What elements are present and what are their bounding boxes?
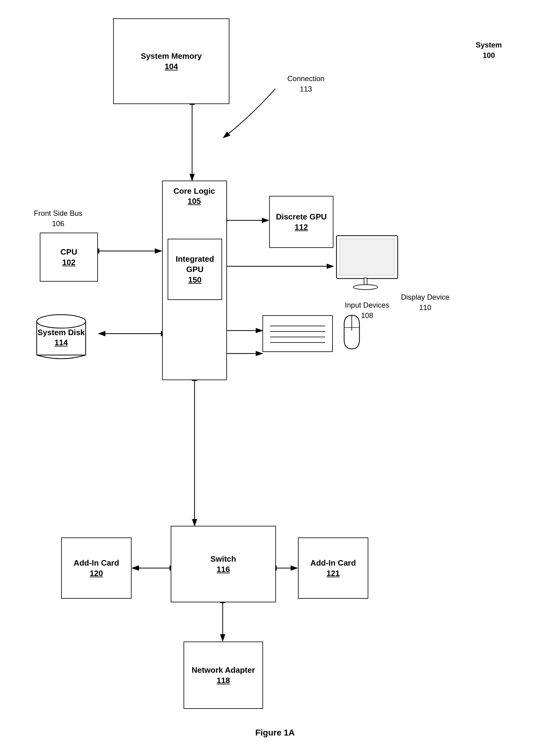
switch-number: 116 <box>217 565 230 574</box>
add-in-card-121-box: Add-In Card 121 <box>298 537 368 599</box>
add-in-card-120-box: Add-In Card 120 <box>61 537 132 599</box>
discrete-gpu-number: 112 <box>294 223 308 232</box>
figure-caption: Figure 1A <box>255 728 294 738</box>
svg-rect-16 <box>339 239 395 275</box>
arrows-svg <box>0 0 550 756</box>
front-side-bus-label: Front Side Bus 106 <box>34 208 83 229</box>
system-memory-box: System Memory 104 <box>113 18 230 104</box>
add-in-card-121-label: Add-In Card <box>310 558 356 568</box>
svg-point-18 <box>37 315 86 328</box>
connection-label: Connection 113 <box>275 73 336 94</box>
cpu-label: CPU <box>61 247 77 257</box>
discrete-gpu-label: Discrete GPU <box>276 212 327 222</box>
system-label: System 100 <box>464 40 513 60</box>
input-devices-label: Input Devices 108 <box>336 300 398 320</box>
display-device: Display Device 110 <box>333 233 404 306</box>
display-device-label: Display Device 110 <box>401 292 450 313</box>
system-memory-number: 104 <box>165 62 178 71</box>
network-adapter-number: 118 <box>217 676 230 685</box>
integrated-gpu-label: Integrated GPU <box>168 254 222 275</box>
integrated-gpu-number: 150 <box>188 275 201 285</box>
cpu-number: 102 <box>62 258 75 267</box>
network-adapter-box: Network Adapter 118 <box>184 642 263 709</box>
add-in-card-120-number: 120 <box>90 569 103 578</box>
svg-point-15 <box>353 285 378 290</box>
integrated-gpu-box: Integrated GPU 150 <box>168 239 222 300</box>
network-adapter-label: Network Adapter <box>192 665 255 676</box>
system-disk: System Disk 114 <box>31 306 92 367</box>
add-in-card-120-label: Add-In Card <box>74 558 119 568</box>
keyboard-icon <box>263 315 333 352</box>
diagram: System Memory 104 System 100 Connection … <box>0 0 550 756</box>
add-in-card-121-number: 121 <box>326 569 339 578</box>
system-disk-text: System Disk 114 <box>31 327 92 347</box>
core-logic-title: Core Logic 105 <box>164 186 225 206</box>
cpu-box: CPU 102 <box>40 233 98 282</box>
discrete-gpu-box: Discrete GPU 112 <box>269 196 333 248</box>
system-memory-label: System Memory <box>141 51 202 62</box>
switch-label: Switch <box>211 554 236 564</box>
switch-box: Switch 116 <box>171 526 276 602</box>
